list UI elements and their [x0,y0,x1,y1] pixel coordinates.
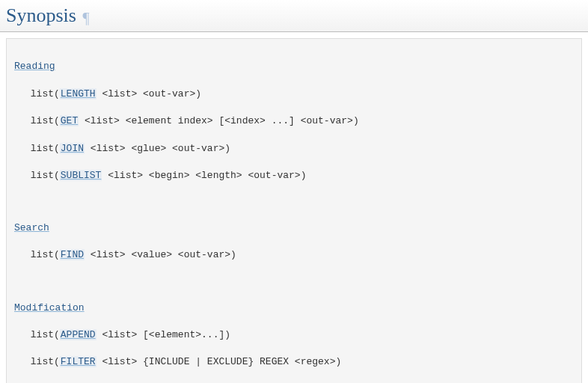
cmd-link-join[interactable]: JOIN [60,143,85,154]
cmd-link-sublist[interactable]: SUBLIST [60,170,102,181]
permalink-icon[interactable]: ¶ [82,10,89,26]
section-link-reading[interactable]: Reading [14,61,55,72]
code-line: list(GET <list> <element index> [<index>… [14,114,574,128]
code-line: list(LENGTH <list> <out-var>) [14,88,574,101]
cmd-link-length[interactable]: LENGTH [60,88,97,99]
code-line: list(APPEND <list> [<element>...]) [14,328,574,342]
section-header: Synopsis ¶ [0,0,588,32]
cmd-link-append[interactable]: APPEND [60,329,97,340]
section-link-modification[interactable]: Modification [14,302,85,313]
code-line: list(FILTER <list> {INCLUDE | EXCLUDE} R… [14,355,574,369]
cmd-link-get[interactable]: GET [60,115,79,126]
section-link-search[interactable]: Search [14,222,49,233]
page-title: Synopsis [6,4,76,26]
code-line: list(SUBLIST <list> <begin> <length> <ou… [14,169,574,183]
synopsis-codeblock: Reading list(LENGTH <list> <out-var>) li… [6,38,582,383]
code-line: list(JOIN <list> <glue> <out-var>) [14,142,574,156]
cmd-link-find[interactable]: FIND [60,249,85,260]
code-line: list(FIND <list> <value> <out-var>) [14,248,574,262]
cmd-link-filter[interactable]: FILTER [60,356,97,367]
